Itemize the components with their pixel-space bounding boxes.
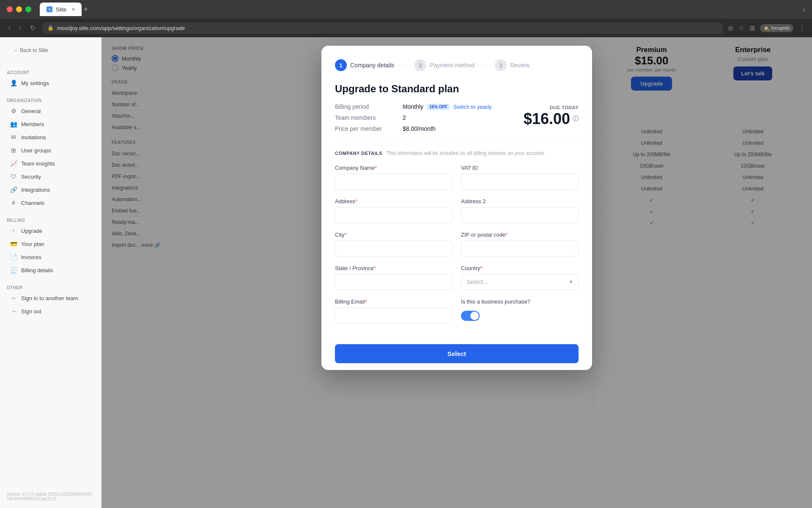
billing-period-label: Billing period: [335, 103, 403, 110]
sidebar: ← Back to Slite ACCOUNT 👤 My settings OR…: [0, 37, 102, 508]
more-options-icon[interactable]: ›: [803, 5, 805, 14]
new-tab-button[interactable]: +: [83, 5, 88, 14]
billing-icon: 🧾: [10, 267, 17, 273]
billing-period-value-group: Monthly 16% OFF Switch to yearly: [403, 103, 492, 110]
tab-bar: S Slite × +: [40, 3, 799, 16]
info-icon[interactable]: ⓘ: [573, 115, 579, 123]
plan-icon: 💳: [10, 240, 17, 247]
switch-icon: ↔: [10, 295, 17, 301]
state-required: *: [374, 265, 376, 271]
refresh-button[interactable]: ↻: [28, 22, 37, 34]
zip-group: ZIP or postal code*: [461, 232, 579, 257]
puzzle-icon: 🔗: [10, 186, 17, 193]
sidebar-label-billing-details: Billing details: [21, 267, 53, 273]
sidebar-item-members[interactable]: 👥 Members: [7, 118, 94, 130]
sidebar-item-my-settings[interactable]: 👤 My settings: [7, 77, 94, 89]
step-2-label: Payment method: [430, 62, 475, 69]
maximize-button[interactable]: [25, 6, 31, 12]
upgrade-icon: ↑: [10, 227, 17, 234]
vat-id-input[interactable]: [461, 174, 579, 190]
sidebar-item-upgrade[interactable]: ↑ Upgrade: [7, 224, 94, 237]
section-label-billing: BILLING: [7, 218, 94, 223]
chart-icon: 📈: [10, 160, 17, 167]
invoice-icon: 📄: [10, 254, 17, 260]
company-form: Company Name* VAT ID Address*: [335, 165, 579, 323]
bookmark-icon[interactable]: ☆: [738, 24, 744, 32]
sidebar-item-your-plan[interactable]: 💳 Your plan: [7, 237, 94, 250]
main-area: SHOW PRICE Monthly Yearly USAGE Workspac…: [102, 37, 812, 508]
billing-email-required: *: [365, 298, 367, 305]
sidebar-item-security[interactable]: 🛡 Security: [7, 170, 94, 183]
city-input[interactable]: [335, 240, 453, 257]
price-per-member-row: Price per member $8.00/month: [335, 125, 492, 132]
billing-badge: 16% OFF: [427, 104, 450, 110]
billing-summary: Billing period Monthly 16% OFF Switch to…: [335, 103, 579, 136]
mail-icon: ✉: [10, 134, 17, 141]
sidebar-item-sign-out[interactable]: → Sign out: [7, 305, 94, 318]
minimize-button[interactable]: [16, 6, 22, 12]
billing-period-row: Billing period Monthly 16% OFF Switch to…: [335, 103, 492, 110]
sidebar-back-link[interactable]: ← Back to Slite: [7, 44, 94, 57]
sidebar-item-team-insights[interactable]: 📈 Team insights: [7, 157, 94, 170]
billing-period-value: Monthly: [403, 103, 423, 110]
address-bar[interactable]: 🔒 moodjoy.slite.com/app/settings/organiz…: [42, 22, 723, 34]
tab-grid-icon[interactable]: ⊞: [749, 24, 755, 32]
back-nav-button[interactable]: ‹: [7, 22, 12, 33]
section-label-org: ORGANIZATION: [7, 98, 94, 103]
company-name-required: *: [375, 165, 377, 171]
sidebar-label-invitations: Invitations: [21, 134, 46, 141]
camera-off-icon[interactable]: ⊘: [728, 24, 733, 32]
sidebar-item-user-groups[interactable]: ⊞ User groups: [7, 144, 94, 157]
forward-nav-button[interactable]: ›: [17, 22, 23, 33]
step-2: 2 Payment method: [414, 59, 475, 71]
address2-input[interactable]: [461, 207, 579, 223]
zip-input[interactable]: [461, 240, 579, 257]
business-purchase-toggle[interactable]: [461, 311, 480, 321]
country-select[interactable]: Select...: [461, 274, 579, 290]
browser-menu-icon[interactable]: ⋮: [798, 24, 805, 32]
billing-email-input[interactable]: [335, 307, 453, 323]
section-subtitle: This information will be included on all…: [387, 150, 545, 156]
sidebar-item-invoices[interactable]: 📄 Invoices: [7, 251, 94, 263]
section-label-account: ACCOUNT: [7, 70, 94, 75]
modal-title: Upgrade to Standard plan: [335, 83, 579, 95]
address2-group: Address 2: [461, 198, 579, 223]
due-today-label: DUE TODAY: [524, 105, 579, 110]
sidebar-label-security: Security: [21, 174, 41, 180]
tab-close-icon[interactable]: ×: [71, 6, 75, 13]
billing-email-group: Billing Email*: [335, 298, 453, 323]
business-purchase-group: Is this a business purchase?: [461, 298, 579, 323]
vat-id-group: VAT ID: [461, 165, 579, 190]
version-text: Version 13.0.0-stable.3309c1025006d4b036…: [0, 485, 101, 508]
sidebar-label-team-insights: Team insights: [21, 160, 55, 167]
state-label: State / Province*: [335, 265, 453, 271]
switch-to-yearly-link[interactable]: Switch to yearly: [453, 104, 492, 110]
sidebar-label-channels: Channels: [21, 200, 44, 206]
company-details-header: COMPANY DETAILS This information will be…: [335, 150, 579, 156]
sidebar-label-members: Members: [21, 121, 44, 127]
step-divider-1: [398, 65, 411, 66]
close-button[interactable]: [7, 6, 13, 12]
sidebar-item-billing-details[interactable]: 🧾 Billing details: [7, 264, 94, 276]
sidebar-item-invitations[interactable]: ✉ Invitations: [7, 131, 94, 144]
step-divider-2: [478, 65, 491, 66]
sidebar-item-general[interactable]: ⚙ General: [7, 105, 94, 117]
address-input[interactable]: [335, 207, 453, 223]
browser-tab[interactable]: S Slite ×: [40, 3, 82, 16]
sidebar-label-upgrade: Upgrade: [21, 228, 42, 234]
city-required: *: [344, 232, 346, 238]
sidebar-item-sign-in-another[interactable]: ↔ Sign in to another team: [7, 292, 94, 304]
sidebar-item-channels[interactable]: # Channels: [7, 196, 94, 209]
company-name-group: Company Name*: [335, 165, 453, 190]
step-3: 3 Review: [495, 59, 529, 71]
address2-label: Address 2: [461, 198, 579, 204]
sidebar-item-integrations[interactable]: 🔗 Integrations: [7, 183, 94, 196]
tab-favicon: S: [47, 6, 52, 12]
tab-title: Slite: [56, 6, 66, 13]
address-group: Address*: [335, 198, 453, 223]
select-button[interactable]: Select: [335, 344, 579, 363]
country-select-wrapper: Select... ▼: [461, 274, 579, 290]
state-input[interactable]: [335, 274, 453, 290]
price-per-member-label: Price per member: [335, 125, 403, 132]
company-name-input[interactable]: [335, 174, 453, 190]
